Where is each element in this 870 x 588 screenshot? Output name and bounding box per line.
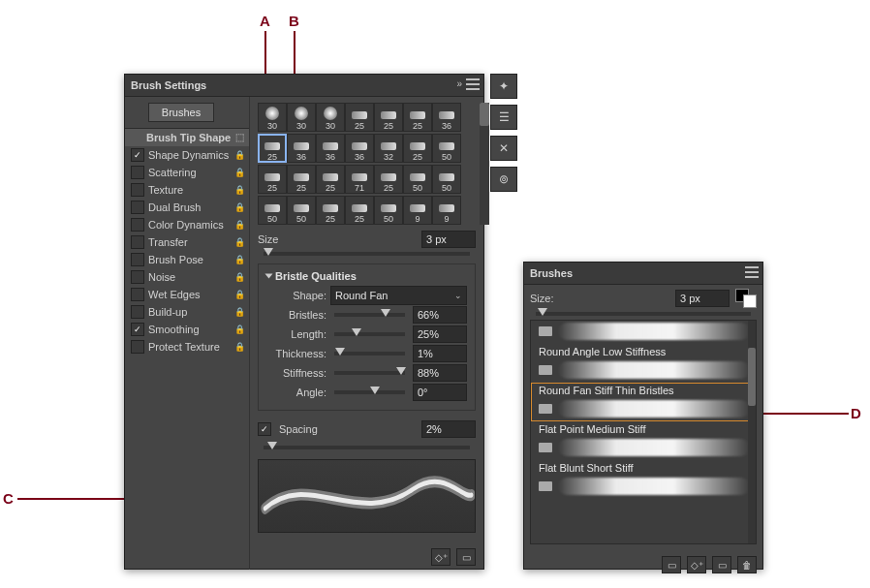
brush-option-color-dynamics[interactable]: Color Dynamics <box>125 216 249 233</box>
brush-preset-item[interactable]: Round Angle Low Stiffness <box>531 344 756 383</box>
bp-size-input[interactable] <box>675 290 730 307</box>
option-checkbox[interactable] <box>131 235 144 249</box>
brush-preset-cell[interactable]: 25 <box>403 103 432 132</box>
brush-preset-cell[interactable]: 50 <box>258 196 287 225</box>
new-preset-icon[interactable]: ◇⁺ <box>431 548 451 566</box>
bristle-slider[interactable] <box>334 332 405 336</box>
lock-icon[interactable] <box>233 254 245 265</box>
dock-libraries-icon[interactable]: ⊚ <box>490 167 517 192</box>
brush-preset-cell[interactable]: 25 <box>258 165 287 194</box>
brush-option-smoothing[interactable]: Smoothing <box>125 321 249 338</box>
dock-brush-styles-icon[interactable]: ✦ <box>490 74 517 99</box>
brush-preset-cell[interactable]: 9 <box>403 196 432 225</box>
color-swap-icon[interactable] <box>735 289 757 308</box>
brush-preset-cell[interactable]: 36 <box>432 103 461 132</box>
brush-preset-cell[interactable]: 25 <box>258 134 287 163</box>
option-checkbox[interactable] <box>131 218 144 232</box>
lock-icon[interactable] <box>233 201 245 213</box>
brush-preset-cell[interactable]: 50 <box>432 165 461 194</box>
bristle-slider[interactable] <box>334 313 405 317</box>
brush-preset-cell[interactable]: 9 <box>432 196 461 225</box>
brush-preset-item[interactable]: Round Fan Stiff Thin Bristles <box>531 383 756 421</box>
option-checkbox[interactable] <box>131 201 144 214</box>
brush-preset-cell[interactable]: 36 <box>345 134 374 163</box>
spacing-input[interactable] <box>421 420 476 438</box>
option-checkbox[interactable] <box>131 148 144 162</box>
brush-preset-cell[interactable]: 25 <box>316 196 345 225</box>
bristle-slider[interactable] <box>334 352 405 356</box>
lock-icon[interactable] <box>233 236 245 248</box>
lock-icon[interactable] <box>233 167 245 178</box>
brush-preset-cell[interactable]: 25 <box>345 103 374 132</box>
size-slider[interactable] <box>264 252 470 256</box>
size-input[interactable] <box>421 231 476 248</box>
brush-preset-cell[interactable]: 30 <box>258 103 287 132</box>
preview-toggle-icon[interactable]: ▭ <box>662 556 681 573</box>
brush-option-noise[interactable]: Noise <box>125 268 249 286</box>
bristle-value-input[interactable] <box>413 364 467 382</box>
spacing-checkbox[interactable] <box>258 422 271 436</box>
dock-tools-icon[interactable]: ✕ <box>490 136 517 161</box>
brush-preset-cell[interactable]: 50 <box>403 165 432 194</box>
spacing-slider[interactable] <box>264 446 470 449</box>
brush-preset-cell[interactable]: 36 <box>316 134 345 163</box>
lock-icon[interactable] <box>233 341 245 353</box>
bristle-slider[interactable] <box>334 390 405 394</box>
brush-preset-item[interactable]: Flat Point Medium Stiff <box>531 421 756 460</box>
brush-preset-item[interactable]: Round Curve Low Bristle Percent <box>531 320 756 344</box>
option-checkbox[interactable] <box>131 340 144 354</box>
panel-menu-icon[interactable] <box>466 78 480 90</box>
brush-preset-cell[interactable]: 50 <box>432 134 461 163</box>
option-checkbox[interactable] <box>131 166 144 179</box>
brush-preset-cell[interactable]: 32 <box>374 134 403 163</box>
brush-preset-cell[interactable]: 25 <box>403 134 432 163</box>
lock-icon[interactable] <box>233 324 245 335</box>
bp-scrollbar[interactable] <box>748 321 756 543</box>
collapse-icon[interactable]: » <box>456 78 462 89</box>
brush-preset-cell[interactable]: 50 <box>287 196 316 225</box>
brush-preset-cell[interactable]: 25 <box>287 165 316 194</box>
option-checkbox[interactable] <box>131 288 144 301</box>
brush-option-protect-texture[interactable]: Protect Texture <box>125 338 249 356</box>
panel-menu-icon[interactable] <box>745 266 759 278</box>
brush-option-wet-edges[interactable]: Wet Edges <box>125 286 249 303</box>
brush-preset-cell[interactable]: 25 <box>374 103 403 132</box>
bristle-value-input[interactable] <box>413 384 467 401</box>
trash-icon[interactable]: 🗑 <box>737 556 757 573</box>
brush-option-shape-dynamics[interactable]: Shape Dynamics <box>125 146 249 164</box>
brush-tip-shape-header[interactable]: Brush Tip Shape <box>125 129 249 146</box>
brush-option-build-up[interactable]: Build-up <box>125 303 249 321</box>
bp-scroll-thumb[interactable] <box>748 348 756 406</box>
shape-select[interactable]: Round Fan ⌄ <box>330 286 467 305</box>
brush-option-scattering[interactable]: Scattering <box>125 164 249 181</box>
option-checkbox[interactable] <box>131 183 144 197</box>
brush-option-dual-brush[interactable]: Dual Brush <box>125 199 249 216</box>
brush-preset-cell[interactable]: 71 <box>345 165 374 194</box>
lock-icon[interactable] <box>233 219 245 231</box>
dock-brush-presets-icon[interactable]: ☰ <box>490 105 517 130</box>
lock-icon[interactable] <box>233 149 245 161</box>
brush-preset-item[interactable]: Flat Blunt Short Stiff <box>531 460 756 499</box>
brush-preset-cell[interactable]: 30 <box>287 103 316 132</box>
brush-option-texture[interactable]: Texture <box>125 181 249 199</box>
lock-icon[interactable] <box>233 306 245 318</box>
brush-preset-cell[interactable]: 25 <box>374 165 403 194</box>
brush-preset-cell[interactable]: 30 <box>316 103 345 132</box>
lock-icon[interactable] <box>233 289 245 300</box>
brush-option-transfer[interactable]: Transfer <box>125 233 249 251</box>
option-checkbox[interactable] <box>131 323 144 336</box>
new-preset-icon[interactable]: ◇⁺ <box>687 556 706 573</box>
bristle-value-input[interactable] <box>413 325 467 343</box>
bp-size-slider[interactable] <box>536 312 751 316</box>
new-brush-icon[interactable]: ▭ <box>456 548 476 566</box>
brush-option-brush-pose[interactable]: Brush Pose <box>125 251 249 268</box>
lock-icon[interactable] <box>233 184 245 196</box>
lock-icon[interactable] <box>233 271 245 283</box>
new-folder-icon[interactable]: ▭ <box>712 556 731 573</box>
brush-preset-cell[interactable]: 36 <box>287 134 316 163</box>
bristle-slider[interactable] <box>334 371 405 375</box>
brush-preset-cell[interactable]: 25 <box>345 196 374 225</box>
option-checkbox[interactable] <box>131 270 144 284</box>
option-checkbox[interactable] <box>131 253 144 266</box>
brushes-button[interactable]: Brushes <box>148 103 214 122</box>
